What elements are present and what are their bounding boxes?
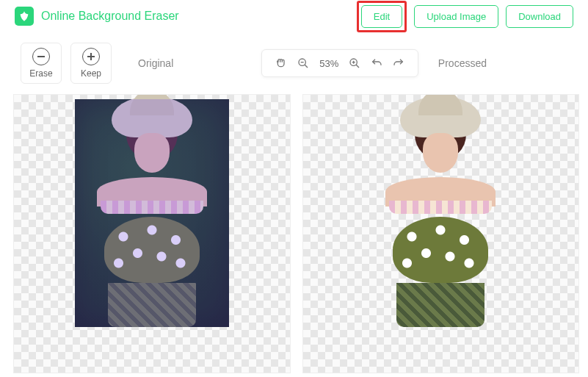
original-panel[interactable] xyxy=(13,94,291,373)
undo-icon[interactable] xyxy=(371,57,382,69)
keep-tool-button[interactable]: Keep xyxy=(70,43,112,84)
redo-icon[interactable] xyxy=(393,57,404,69)
original-label: Original xyxy=(138,57,173,69)
keep-label: Keep xyxy=(81,68,101,79)
pan-icon[interactable] xyxy=(275,57,287,69)
zoom-toolbar: 53% xyxy=(261,49,418,77)
minus-icon xyxy=(32,48,50,65)
zoom-out-icon[interactable] xyxy=(297,57,309,69)
processed-image xyxy=(363,99,518,327)
plus-icon xyxy=(82,48,100,65)
erase-tool-button[interactable]: Erase xyxy=(21,43,62,84)
svg-line-1 xyxy=(305,65,308,68)
download-button[interactable]: Download xyxy=(506,5,573,28)
selection-overlay xyxy=(75,99,229,327)
svg-line-4 xyxy=(356,65,359,68)
zoom-value: 53% xyxy=(319,58,338,69)
edit-highlight: Edit xyxy=(357,1,407,32)
app-title: Online Background Eraser xyxy=(41,10,179,23)
upload-image-button[interactable]: Upload Image xyxy=(414,5,498,28)
edit-button[interactable]: Edit xyxy=(361,5,402,28)
zoom-in-icon[interactable] xyxy=(349,57,360,69)
original-image xyxy=(75,99,229,327)
processed-label: Processed xyxy=(438,57,487,69)
erase-label: Erase xyxy=(29,68,52,79)
processed-panel[interactable] xyxy=(302,94,580,373)
app-logo xyxy=(15,7,34,26)
